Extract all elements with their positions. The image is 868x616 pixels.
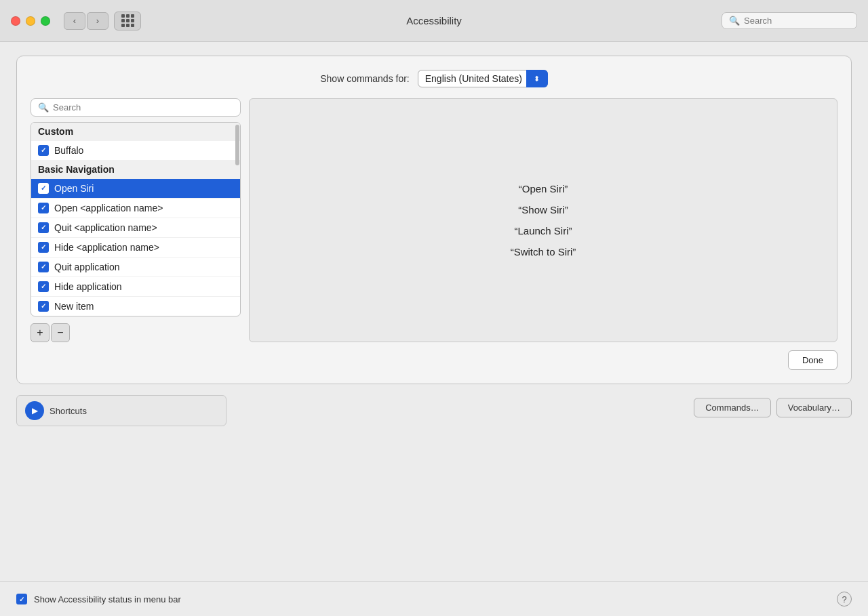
back-button[interactable]: ‹ <box>64 12 85 30</box>
dialog-panel: Show commands for: English (United State… <box>16 56 852 384</box>
list-search-input[interactable] <box>53 102 233 112</box>
section-basic-navigation: Basic Navigation <box>31 161 240 179</box>
help-button[interactable]: ? <box>837 592 852 607</box>
scrollbar-thumb[interactable] <box>235 125 239 165</box>
window-controls <box>11 16 50 26</box>
section-custom: Custom <box>31 123 240 141</box>
window-title: Accessibility <box>406 15 462 26</box>
list-scroll-wrapper: Custom Buffalo Basic Navigation <box>31 122 241 318</box>
lower-list-item[interactable]: ▶ Shortcuts <box>16 395 226 426</box>
footer-checkbox[interactable] <box>16 594 27 604</box>
lower-list: ▶ Shortcuts <box>16 395 226 426</box>
checkbox-new-item <box>38 301 49 312</box>
list-search-icon: 🔍 <box>38 102 49 112</box>
language-select-wrapper[interactable]: English (United States) ⬍ <box>418 70 548 87</box>
checkbox-buffalo <box>38 145 49 156</box>
done-row: Done <box>31 350 837 370</box>
titlebar: ‹ › Accessibility 🔍 <box>0 0 868 42</box>
minimize-button[interactable] <box>26 16 35 26</box>
list-item-hide-application[interactable]: Hide application <box>31 277 240 297</box>
list-item-buffalo[interactable]: Buffalo <box>31 141 240 161</box>
forward-button[interactable]: › <box>87 12 108 30</box>
lower-section: ▶ Shortcuts Commands… Vocabulary… <box>16 395 852 426</box>
titlebar-search[interactable]: 🔍 <box>722 12 857 29</box>
scrollbar-track[interactable] <box>235 125 239 315</box>
list-item-quit-app[interactable]: Quit <application name> <box>31 218 240 238</box>
footer-label: Show Accessibility status in menu bar <box>34 594 181 604</box>
language-select[interactable]: English (United States) <box>418 70 548 87</box>
checkbox-quit-app <box>38 222 49 233</box>
bottom-buttons: + − <box>31 323 241 342</box>
siri-phrase-1: “Open Siri” <box>519 180 568 198</box>
checkbox-hide-app <box>38 242 49 253</box>
add-button[interactable]: + <box>31 323 50 342</box>
right-column: “Open Siri” “Show Siri” “Launch Siri” “S… <box>249 98 837 342</box>
list-item-hide-app[interactable]: Hide <application name> <box>31 238 240 258</box>
grid-view-button[interactable] <box>114 12 141 30</box>
list-search-box[interactable]: 🔍 <box>31 98 241 117</box>
lower-right-buttons: Commands… Vocabulary… <box>235 395 852 417</box>
list-item-open-siri[interactable]: Open Siri <box>31 179 240 199</box>
checkbox-open-app <box>38 203 49 213</box>
list-item-new-item[interactable]: New item <box>31 297 240 316</box>
left-column: 🔍 Custom Buffalo <box>31 98 241 342</box>
siri-phrase-2: “Show Siri” <box>518 201 568 219</box>
lower-item-icon: ▶ <box>25 401 44 420</box>
close-button[interactable] <box>11 16 20 26</box>
footer: Show Accessibility status in menu bar ? <box>0 581 868 616</box>
list-item-quit-application[interactable]: Quit application <box>31 258 240 277</box>
search-input[interactable] <box>744 16 850 26</box>
search-icon: 🔍 <box>729 16 740 26</box>
command-list: Custom Buffalo Basic Navigation <box>31 122 241 316</box>
two-column-layout: 🔍 Custom Buffalo <box>31 98 837 342</box>
vocabulary-button[interactable]: Vocabulary… <box>776 398 852 417</box>
nav-arrows: ‹ › <box>64 12 108 30</box>
done-button[interactable]: Done <box>788 350 837 370</box>
lower-item-label: Shortcuts <box>50 406 87 416</box>
grid-icon <box>121 14 134 27</box>
remove-button[interactable]: − <box>51 323 70 342</box>
siri-phrase-4: “Switch to Siri” <box>511 243 576 261</box>
show-commands-label: Show commands for: <box>320 73 410 84</box>
show-commands-row: Show commands for: English (United State… <box>31 70 837 87</box>
commands-button[interactable]: Commands… <box>694 398 770 417</box>
checkbox-quit-application <box>38 262 49 272</box>
main-content: Show commands for: English (United State… <box>0 42 868 616</box>
list-item-open-app[interactable]: Open <application name> <box>31 199 240 218</box>
siri-phrase-3: “Launch Siri” <box>514 222 572 240</box>
maximize-button[interactable] <box>41 16 50 26</box>
checkbox-open-siri <box>38 183 49 194</box>
checkbox-hide-application <box>38 281 49 292</box>
